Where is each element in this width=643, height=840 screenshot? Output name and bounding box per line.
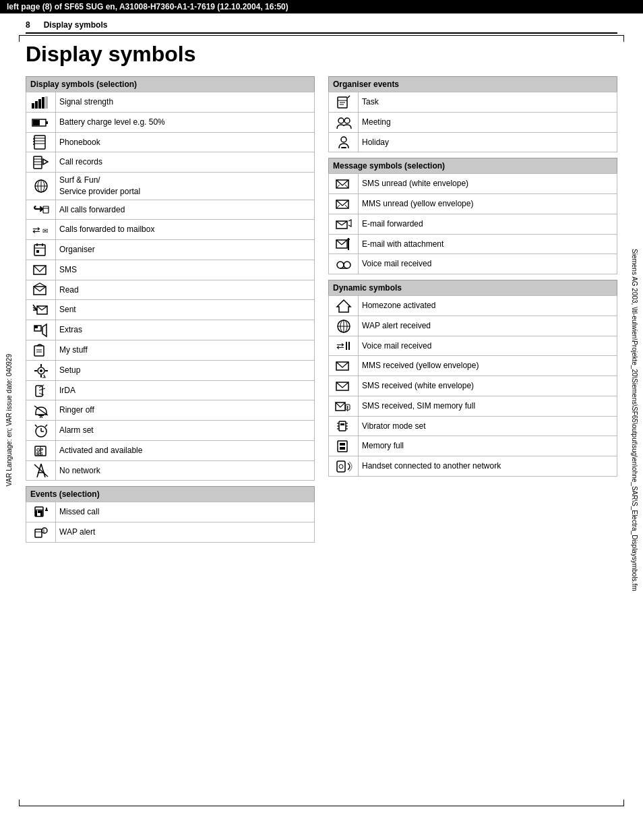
organiser-icon (32, 243, 51, 258)
svg-line-70 (34, 464, 48, 477)
table-row: Memory full (329, 436, 617, 456)
voicemailrcv-icon: ⇄ (334, 338, 353, 353)
svg-rect-78 (35, 529, 42, 537)
label-smsunread: SMS unread (white envelope) (359, 174, 617, 194)
icon-waprcv (329, 316, 359, 336)
icon-phonebook (26, 132, 56, 152)
page-number: 8 (26, 20, 30, 30)
activated-icon: GP RS (32, 444, 51, 458)
missedcall-icon (32, 505, 51, 520)
svg-rect-73 (38, 510, 40, 513)
svg-rect-0 (32, 103, 34, 109)
svg-line-62 (45, 425, 47, 427)
table-row: E-mail forwarded (329, 214, 617, 234)
table-row: ⇄ Voice mail received (329, 336, 617, 356)
organiser-header: Organiser events (328, 76, 617, 92)
label-emailfwd: E-mail forwarded (359, 214, 617, 234)
table-row: Task (329, 92, 617, 113)
label-ringeroff: Ringer off (56, 400, 315, 421)
icon-handset (329, 456, 359, 477)
icon-alarm (26, 421, 56, 441)
svg-rect-126 (340, 447, 345, 450)
svg-rect-128 (337, 461, 345, 472)
svg-point-101 (344, 262, 350, 268)
label-nonetwork: No network (56, 460, 315, 481)
icon-memoryfull (329, 436, 359, 456)
svg-marker-19 (43, 159, 48, 164)
svg-rect-74 (35, 510, 37, 516)
svg-point-86 (338, 118, 344, 123)
label-meeting: Meeting (359, 112, 617, 132)
emailatt-icon (334, 237, 353, 251)
mmsunread-icon (334, 197, 353, 212)
page-section-title: Display symbols (44, 20, 108, 30)
icon-nonetwork (26, 460, 56, 481)
icon-extras (26, 320, 56, 340)
table-row: SMS received (white envelope) (329, 376, 617, 396)
svg-rect-2 (38, 99, 41, 109)
icon-missedcall (26, 502, 56, 522)
table-row: Read (26, 280, 315, 300)
svg-rect-75 (40, 510, 42, 516)
smssim-icon: ! (334, 399, 353, 414)
table-row: GP RS Activated and available (26, 440, 315, 460)
svg-rect-41 (34, 326, 38, 328)
table-row: Battery charge level e.g. 50% (26, 112, 315, 132)
label-phonebook: Phonebook (56, 132, 315, 152)
holiday-icon (334, 135, 353, 150)
icon-mailbox: ⇄ ✉ (26, 220, 56, 240)
table-row: Sent (26, 300, 315, 320)
svg-rect-7 (33, 120, 40, 125)
label-task: Task (359, 92, 617, 113)
label-mmsunread: MMS unread (yellow envelope) (359, 194, 617, 214)
side-label-right: Siemens AG 2003, \ltl-eulwien\Projekte_2… (628, 54, 640, 786)
dynamic-header: Dynamic symbols (328, 280, 617, 295)
icon-mmsrcv (329, 356, 359, 376)
icon-voicemailrcv: ⇄ (329, 336, 359, 356)
icon-sent (26, 300, 56, 320)
display-symbols-table: Signal strength Battery charge level e.g… (26, 92, 315, 481)
label-sent: Sent (56, 300, 315, 320)
label-smssim: SMS received, SIM memory full (359, 396, 617, 416)
table-row: My stuff (26, 340, 315, 361)
icon-meeting (329, 112, 359, 132)
mystuff-icon (32, 343, 51, 358)
surf-icon (32, 179, 51, 193)
nonetwork-icon (32, 463, 51, 478)
icon-emailatt (329, 234, 359, 254)
table-row: WAP alert received (329, 316, 617, 336)
icon-surf (26, 173, 56, 200)
svg-point-100 (337, 262, 344, 268)
svg-rect-3 (42, 97, 44, 109)
table-row: MMS received (yellow envelope) (329, 356, 617, 376)
top-bar: left page (8) of SF65 SUG en, A31008-H73… (0, 0, 643, 13)
label-memoryfull: Memory full (359, 436, 617, 456)
label-irda: IrDA (56, 380, 315, 400)
icon-activated: GP RS (26, 440, 56, 460)
right-column: Organiser events (328, 76, 617, 543)
table-row: SMS (26, 260, 315, 280)
svg-rect-42 (34, 346, 44, 356)
table-row: Homezone activated (329, 296, 617, 316)
table-row: Meeting (329, 112, 617, 132)
task-icon (334, 95, 353, 110)
waprcv-icon (334, 319, 353, 334)
label-signal: Signal strength (56, 92, 315, 113)
svg-rect-29 (34, 245, 45, 256)
table-row: Phonebook (26, 132, 315, 152)
events-table: Missed call i (26, 502, 315, 543)
svg-text:RS: RS (36, 452, 43, 456)
handset-icon (334, 459, 353, 474)
icon-smsrcv (329, 376, 359, 396)
setup-icon (32, 363, 51, 378)
phonebook-icon (32, 135, 51, 150)
label-surf: Surf & Fun/Service provider portal (56, 173, 315, 200)
table-row: i WAP alert (26, 522, 315, 543)
table-row: ↪ All calls forwarded (26, 200, 315, 220)
table-row: Setup (26, 360, 315, 380)
icon-setup (26, 360, 56, 380)
table-row: SMS unread (white envelope) (329, 174, 617, 194)
label-organiser: Organiser (56, 240, 315, 260)
left-column: Display symbols (selection) (26, 76, 315, 543)
icon-emailfwd (329, 214, 359, 234)
